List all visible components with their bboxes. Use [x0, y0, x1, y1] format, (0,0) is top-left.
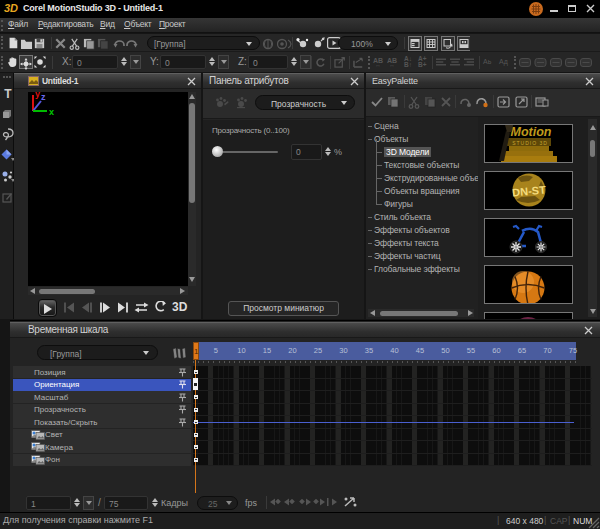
svg-text:STUDIO 3D: STUDIO 3D: [512, 140, 548, 146]
svg-text:Motion: Motion: [511, 125, 552, 139]
svg-text:z: z: [41, 92, 46, 102]
svg-text:y: y: [35, 89, 40, 99]
svg-text:x: x: [49, 107, 54, 117]
